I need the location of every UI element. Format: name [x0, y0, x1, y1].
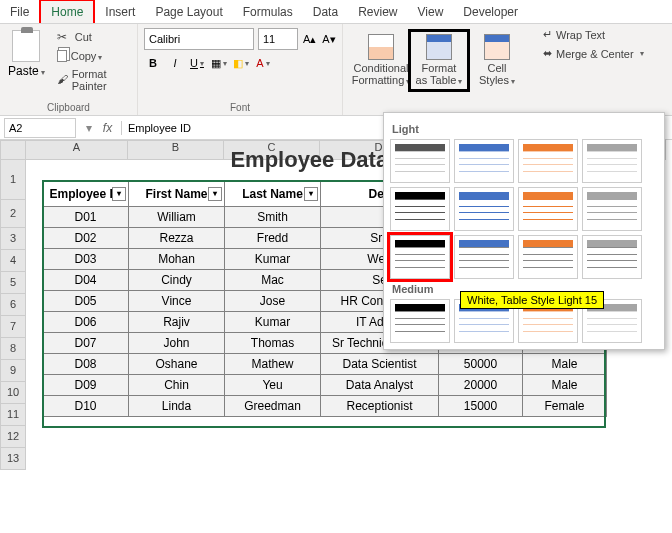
table-style-swatch[interactable] — [454, 187, 514, 231]
decrease-font-button[interactable]: A▾ — [321, 30, 336, 48]
cell[interactable]: Kumar — [225, 249, 321, 270]
table-style-swatch[interactable] — [518, 187, 578, 231]
table-header-2[interactable]: Last Name▾ — [225, 181, 321, 207]
cell[interactable]: Vince — [129, 291, 225, 312]
filter-button-2[interactable]: ▾ — [304, 187, 318, 201]
cell[interactable]: Jose — [225, 291, 321, 312]
table-row[interactable]: D08OshaneMathewData Scientist50000Male — [43, 354, 607, 375]
table-header-1[interactable]: First Name▾ — [129, 181, 225, 207]
tab-page-layout[interactable]: Page Layout — [145, 1, 232, 23]
format-as-table-button[interactable]: Format as Table — [411, 32, 467, 89]
filter-button-0[interactable]: ▾ — [112, 187, 126, 201]
cell[interactable]: Male — [523, 354, 607, 375]
cell[interactable]: Rezza — [129, 228, 225, 249]
fx-icon[interactable]: fx — [98, 121, 122, 135]
cell[interactable]: Mohan — [129, 249, 225, 270]
cell[interactable]: John — [129, 333, 225, 354]
cell[interactable]: Cindy — [129, 270, 225, 291]
cell[interactable]: Data Analyst — [321, 375, 439, 396]
copy-button[interactable]: Copy — [53, 48, 131, 64]
increase-font-button[interactable]: A▴ — [302, 30, 317, 48]
table-header-0[interactable]: Employee ID▾ — [43, 181, 129, 207]
cut-button[interactable]: Cut — [53, 28, 131, 46]
cell[interactable]: D06 — [43, 312, 129, 333]
border-button[interactable]: ▦ — [210, 54, 228, 72]
select-all-corner[interactable] — [0, 140, 26, 160]
cell[interactable]: Yeu — [225, 375, 321, 396]
cell[interactable]: D03 — [43, 249, 129, 270]
tab-file[interactable]: File — [0, 1, 39, 23]
cell[interactable]: Linda — [129, 396, 225, 417]
tab-review[interactable]: Review — [348, 1, 407, 23]
cell-styles-button[interactable]: Cell Styles — [469, 32, 525, 89]
paste-button[interactable]: Paste — [6, 28, 47, 94]
fill-color-button[interactable]: ◧ — [232, 54, 250, 72]
tab-home[interactable]: Home — [39, 0, 95, 23]
row-header-7[interactable]: 7 — [0, 316, 26, 338]
tab-data[interactable]: Data — [303, 1, 348, 23]
cell[interactable]: 15000 — [439, 396, 523, 417]
table-style-swatch[interactable] — [390, 139, 450, 183]
row-header-12[interactable]: 12 — [0, 426, 26, 448]
conditional-formatting-button[interactable]: Conditional Formatting — [353, 32, 409, 89]
cell[interactable]: 20000 — [439, 375, 523, 396]
cell[interactable]: Chin — [129, 375, 225, 396]
row-header-4[interactable]: 4 — [0, 250, 26, 272]
font-size-select[interactable] — [258, 28, 298, 50]
row-header-1[interactable]: 1 — [0, 160, 26, 200]
cell[interactable]: D09 — [43, 375, 129, 396]
cell[interactable]: 50000 — [439, 354, 523, 375]
tab-insert[interactable]: Insert — [95, 1, 145, 23]
cell[interactable]: Oshane — [129, 354, 225, 375]
cell[interactable]: William — [129, 207, 225, 228]
cell[interactable]: Greedman — [225, 396, 321, 417]
cell[interactable]: Mathew — [225, 354, 321, 375]
underline-button[interactable]: U — [188, 54, 206, 72]
cell[interactable]: D01 — [43, 207, 129, 228]
tab-view[interactable]: View — [408, 1, 454, 23]
format-painter-button[interactable]: Format Painter — [53, 66, 131, 94]
cell[interactable]: Kumar — [225, 312, 321, 333]
cell[interactable]: Fredd — [225, 228, 321, 249]
cell[interactable]: Male — [523, 375, 607, 396]
table-row[interactable]: D10LindaGreedmanReceptionist15000Female — [43, 396, 607, 417]
font-color-button[interactable]: A — [254, 54, 272, 72]
table-row[interactable]: D09ChinYeuData Analyst20000Male — [43, 375, 607, 396]
cell[interactable]: Mac — [225, 270, 321, 291]
table-style-swatch[interactable] — [582, 235, 642, 279]
table-style-swatch[interactable] — [582, 187, 642, 231]
cell[interactable]: Rajiv — [129, 312, 225, 333]
tab-developer[interactable]: Developer — [453, 1, 528, 23]
wrap-text-button[interactable]: ↵Wrap Text — [543, 28, 644, 41]
row-header-13[interactable]: 13 — [0, 448, 26, 470]
bold-button[interactable]: B — [144, 54, 162, 72]
cell[interactable]: D02 — [43, 228, 129, 249]
expand-name-box[interactable]: ▾ — [80, 121, 98, 135]
table-style-swatch[interactable] — [518, 235, 578, 279]
name-box[interactable] — [4, 118, 76, 138]
tab-formulas[interactable]: Formulas — [233, 1, 303, 23]
row-header-6[interactable]: 6 — [0, 294, 26, 316]
cell[interactable]: D10 — [43, 396, 129, 417]
table-style-swatch[interactable] — [390, 299, 450, 343]
table-style-swatch[interactable] — [454, 235, 514, 279]
cell[interactable]: Female — [523, 396, 607, 417]
merge-center-button[interactable]: ⬌Merge & Center — [543, 47, 644, 60]
row-header-5[interactable]: 5 — [0, 272, 26, 294]
cell[interactable]: Receptionist — [321, 396, 439, 417]
font-name-select[interactable] — [144, 28, 254, 50]
table-style-swatch[interactable] — [454, 139, 514, 183]
cell[interactable]: D04 — [43, 270, 129, 291]
cell[interactable]: Smith — [225, 207, 321, 228]
table-style-swatch[interactable] — [390, 235, 450, 279]
cell[interactable]: Data Scientist — [321, 354, 439, 375]
row-header-11[interactable]: 11 — [0, 404, 26, 426]
table-style-swatch[interactable] — [390, 187, 450, 231]
table-style-swatch[interactable] — [518, 139, 578, 183]
cell[interactable]: Thomas — [225, 333, 321, 354]
row-header-9[interactable]: 9 — [0, 360, 26, 382]
cell[interactable]: D07 — [43, 333, 129, 354]
row-header-2[interactable]: 2 — [0, 200, 26, 228]
row-header-3[interactable]: 3 — [0, 228, 26, 250]
table-style-swatch[interactable] — [582, 139, 642, 183]
